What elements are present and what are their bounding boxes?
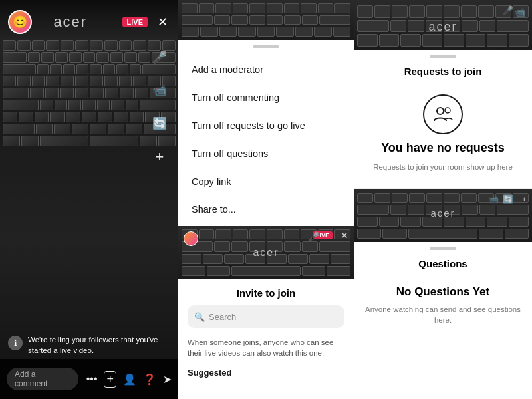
live-action-icons: 🎤 📹 🔄 + <box>149 47 170 168</box>
questions-keyboard-preview: 🔄 + 📹 acer <box>354 189 532 242</box>
questions-section: 🔄 + 📹 acer Questions No Questions Yet An… <box>354 189 532 399</box>
live-message-text: We're telling your followers that you've… <box>28 334 170 356</box>
add-icon[interactable]: + <box>149 146 170 168</box>
no-questions-title: No Questions Yet <box>396 285 489 299</box>
live-badge: LIVE <box>122 17 148 27</box>
svg-point-1 <box>445 108 450 113</box>
invite-brand: acer <box>253 247 279 259</box>
invite-search-bar[interactable]: 🔍 Search <box>188 305 344 328</box>
questions-plus-icon: + <box>521 194 527 204</box>
questions-brand: acer <box>430 207 455 219</box>
questions-flip-icon: 🔄 <box>503 194 513 204</box>
invite-close-icon[interactable]: ✕ <box>340 230 348 241</box>
search-placeholder: Search <box>209 312 236 322</box>
requests-mic-icon: 🎤 <box>503 5 513 15</box>
requests-questions-panel: 📹 🎤 acer Requests to join You have no re… <box>354 0 532 399</box>
menu-item-share-to[interactable]: Share to... <box>178 196 354 223</box>
svg-point-0 <box>437 108 444 114</box>
drag-handle <box>253 45 279 48</box>
help-icon[interactable]: ❓ <box>143 373 156 386</box>
menu-keyboard-preview <box>178 0 354 40</box>
live-video-panel: 😊 acer LIVE ✕ 🎤 📹 🔄 + ℹ We're telling yo… <box>0 0 178 399</box>
comment-action-buttons: ••• + 👤 ❓ ➤ <box>86 371 172 388</box>
menu-list: Add a moderator Turn off commenting Turn… <box>178 53 354 226</box>
add-person-icon[interactable]: 👤 <box>123 373 136 386</box>
comment-input[interactable]: Add a comment <box>7 368 78 390</box>
add-media-icon[interactable]: + <box>104 371 116 388</box>
people-icon <box>423 94 463 134</box>
invite-keyboard-preview: LIVE ✕ acer 🎤 <box>178 226 354 279</box>
requests-cam-icon: 📹 <box>514 7 525 17</box>
comment-bar: Add a comment ••• + 👤 ❓ ➤ <box>0 359 178 399</box>
mic-icon[interactable]: 🎤 <box>149 47 170 68</box>
live-header: 😊 acer LIVE ✕ <box>0 0 178 43</box>
questions-drag-handle <box>430 247 456 250</box>
no-requests-area: You have no requests Requests to join yo… <box>354 84 532 183</box>
invite-panel: LIVE ✕ acer 🎤 Invite to join 🔍 Search Wh… <box>178 226 354 399</box>
more-options-icon[interactable]: ••• <box>86 373 98 385</box>
send-icon[interactable]: ➤ <box>163 373 172 386</box>
close-button[interactable]: ✕ <box>154 14 170 30</box>
brand-logo: acer <box>19 13 122 31</box>
invite-avatar <box>184 231 198 246</box>
live-message-area: ℹ We're telling your followers that you'… <box>8 334 170 356</box>
questions-cam-icon: 📹 <box>488 194 499 204</box>
no-questions-area: No Questions Yet Anyone watching can sen… <box>354 280 532 331</box>
menu-item-turn-off-commenting[interactable]: Turn off commenting <box>178 84 354 112</box>
camera-icon[interactable]: 📹 <box>149 80 170 101</box>
invite-title: Invite to join <box>178 279 354 305</box>
menu-item-copy-link[interactable]: Copy link <box>178 168 354 196</box>
invite-mic-icon: 🎤 <box>308 231 319 242</box>
suggested-label: Suggested <box>178 362 354 380</box>
no-requests-title: You have no requests <box>381 141 505 155</box>
menu-item-turn-off-questions[interactable]: Turn off questions <box>178 140 354 168</box>
requests-title: Requests to join <box>354 63 532 84</box>
requests-keyboard-preview: 📹 🎤 acer <box>354 0 532 50</box>
requests-drag-handle <box>430 55 456 58</box>
menu-invite-panel: Add a moderator Turn off commenting Turn… <box>178 0 354 399</box>
requests-brand: acer <box>428 20 457 34</box>
flip-camera-icon[interactable]: 🔄 <box>149 113 170 134</box>
no-requests-sub: Requests to join your room show up here <box>373 162 513 172</box>
search-icon: 🔍 <box>194 312 205 322</box>
menu-item-turn-off-requests[interactable]: Turn off requests to go live <box>178 112 354 140</box>
invite-description: When someone joins, anyone who can see t… <box>178 333 354 362</box>
menu-item-add-moderator[interactable]: Add a moderator <box>178 56 354 84</box>
requests-section: Requests to join You have no requests Re… <box>354 50 532 189</box>
no-questions-sub: Anyone watching can send and see questio… <box>364 304 521 325</box>
info-icon: ℹ <box>8 336 23 350</box>
questions-title: Questions <box>354 255 532 280</box>
